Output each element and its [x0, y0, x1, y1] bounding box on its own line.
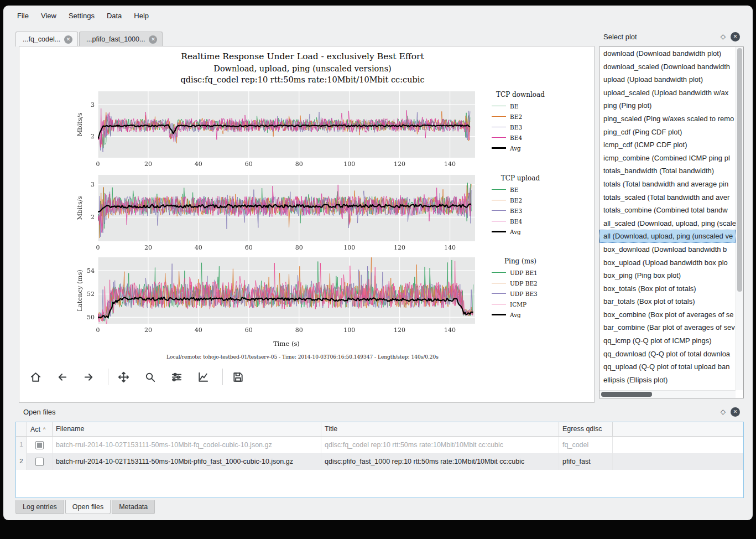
- plot-list-item[interactable]: box_download (Download bandwidth b: [599, 243, 736, 256]
- plot-list-item[interactable]: box_combine (Box plot of averages of se: [599, 308, 736, 322]
- configure-subplots-button[interactable]: [167, 367, 186, 386]
- plot-tab[interactable]: ...fq_codel... ✕: [15, 32, 78, 46]
- figure-title-line1: Realtime Response Under Load - exclusive…: [19, 51, 586, 61]
- forward-button[interactable]: [79, 367, 98, 386]
- column-header-filename[interactable]: Filename: [53, 422, 321, 437]
- legend-line-swatch: [492, 304, 506, 304]
- file-checkbox[interactable]: [35, 441, 44, 449]
- plot-list-item[interactable]: download_scaled (Download bandwidth: [599, 60, 736, 74]
- plot-list-item[interactable]: box_ping (Ping box plot): [599, 269, 736, 282]
- tcp-upload-chart[interactable]: [76, 173, 476, 256]
- legend-line-swatch: [492, 221, 506, 221]
- file-egress-qdisc: pfifo_fast: [559, 453, 613, 470]
- tcp-download-chart[interactable]: [76, 89, 476, 172]
- legend-line-swatch: [492, 283, 506, 283]
- plot-list-item[interactable]: qq_icmp (Q-Q plot of ICMP pings): [599, 334, 736, 348]
- zoom-button[interactable]: [140, 367, 159, 386]
- plot-list-item[interactable]: box_totals (Box plot of totals): [599, 282, 736, 296]
- menu-view[interactable]: View: [35, 9, 62, 23]
- close-panel-icon[interactable]: ✕: [731, 32, 740, 42]
- legend-entry: BE: [486, 101, 555, 111]
- file-checkbox[interactable]: [35, 458, 44, 466]
- figure-title-line3: qdisc:fq_codel rep:10 rtt:50ms rate:10Mb…: [19, 75, 586, 84]
- float-panel-icon[interactable]: ◇: [721, 33, 726, 40]
- home-icon: [29, 371, 42, 383]
- pan-button[interactable]: [114, 367, 133, 386]
- file-filename: batch-rrul-2014-10-02T153111-50ms-10Mbit…: [53, 453, 321, 470]
- horizontal-scrollbar[interactable]: [599, 390, 736, 398]
- plot-list: download (Download bandwidth plot)downlo…: [599, 47, 736, 390]
- plot-list-item[interactable]: upload_scaled (Upload bandwidth w/ax: [599, 86, 736, 100]
- legend-label: Avg: [510, 229, 521, 235]
- plot-list-item[interactable]: icmp_cdf (ICMP CDF plot): [599, 138, 736, 152]
- plot-list-item[interactable]: icmp_combine (Combined ICMP ping pl: [599, 152, 736, 165]
- plot-list-item[interactable]: qq_download (Q-Q plot of total downloa: [599, 348, 736, 361]
- plot-list-item[interactable]: totals (Total bandwidth and average pin: [599, 178, 736, 191]
- legend-label: BE3: [510, 124, 522, 131]
- legend-line-swatch: [492, 210, 506, 211]
- chart-line-icon: [197, 371, 210, 383]
- ping-chart[interactable]: [76, 255, 476, 338]
- select-plot-panel: Select plot ◇ ✕ download (Download bandw…: [599, 30, 744, 404]
- plot-list-item[interactable]: box_upload (Upload bandwidth box plo: [599, 256, 736, 270]
- bottom-dock-tab[interactable]: Log entries: [15, 500, 64, 514]
- legend-label: BE2: [510, 113, 522, 120]
- plot-list-item[interactable]: ellipsis (Ellipsis plot): [599, 374, 736, 387]
- plot-list-item[interactable]: download (Download bandwidth plot): [599, 47, 736, 60]
- edit-parameters-button[interactable]: [194, 367, 212, 386]
- table-row[interactable]: 2 batch-rrul-2014-10-02T153111-50ms-10Mb…: [16, 453, 743, 470]
- home-button[interactable]: [26, 367, 45, 386]
- menu-settings[interactable]: Settings: [62, 9, 101, 23]
- legend-entry: BE: [486, 184, 555, 195]
- row-number: 1: [16, 437, 27, 453]
- table-row[interactable]: 1 batch-rrul-2014-10-02T153111-50ms-10Mb…: [16, 437, 743, 453]
- plot-list-item[interactable]: qq_upload (Q-Q plot of total upload ban: [599, 360, 736, 374]
- close-panel-icon[interactable]: ✕: [731, 407, 740, 417]
- plot-list-item[interactable]: totals_combine (Combined total bandw: [599, 204, 736, 217]
- column-header-act[interactable]: Act ^: [27, 422, 53, 437]
- legend-tcp-download: TCP download BE BE2 BE3 BE4 Avg: [486, 91, 555, 153]
- legend-entry: UDP BE1: [486, 267, 555, 278]
- legend-line-swatch: [492, 200, 506, 200]
- plot-list-item[interactable]: all_scaled (Download, upload, ping (scal…: [599, 217, 736, 230]
- column-header-egress-qdisc[interactable]: Egress qdisc: [559, 422, 613, 437]
- bottom-dock-tab[interactable]: Metadata: [112, 500, 155, 514]
- horizontal-scrollbar-handle[interactable]: [601, 392, 652, 397]
- plot-list-item[interactable]: totals_bandwidth (Total bandwidth): [599, 164, 736, 178]
- legend-entry: BE4: [486, 216, 555, 226]
- tab-close-icon[interactable]: ✕: [149, 35, 157, 44]
- tab-close-icon[interactable]: ✕: [64, 35, 72, 44]
- plot-tab[interactable]: ...pfifo_fast_1000... ✕: [79, 32, 163, 46]
- legend-label: BE: [510, 186, 518, 193]
- plot-list-item[interactable]: ping_scaled (Ping w/axes scaled to remo: [599, 112, 736, 126]
- plot-list-item[interactable]: bar_combine (Bar plot of averages of sev: [599, 321, 736, 334]
- plot-list-item[interactable]: ping (Ping plot): [599, 99, 736, 112]
- back-button[interactable]: [53, 367, 71, 386]
- corner-header-cell: [16, 422, 27, 437]
- legend-entry: Avg: [486, 226, 555, 237]
- float-panel-icon[interactable]: ◇: [721, 408, 726, 416]
- menu-data[interactable]: Data: [101, 9, 128, 23]
- open-files-header: Open files ◇ ✕: [15, 405, 744, 418]
- plot-list-item[interactable]: all (Download, upload, ping (unscaled ve: [599, 230, 736, 243]
- legend-line-swatch: [492, 231, 506, 232]
- vertical-scrollbar-handle[interactable]: [737, 48, 742, 292]
- legend-label: Avg: [510, 312, 521, 318]
- panel-title: Open files: [23, 408, 56, 416]
- legend-label: UDP BE2: [510, 280, 538, 287]
- bottom-dock-tab[interactable]: Open files: [65, 500, 111, 514]
- legend-line-swatch: [492, 272, 506, 273]
- plot-list-item[interactable]: upload (Upload bandwidth plot): [599, 73, 736, 86]
- menu-help[interactable]: Help: [128, 9, 155, 23]
- plot-pane: Realtime Response Under Load - exclusive…: [19, 46, 595, 403]
- legend-line-swatch: [492, 137, 506, 138]
- column-header-title[interactable]: Title: [321, 422, 559, 437]
- column-label: Act: [30, 426, 40, 433]
- plot-list-item[interactable]: totals_scaled (Total bandwidth and aver: [599, 191, 736, 204]
- save-button[interactable]: [228, 367, 247, 386]
- menu-file[interactable]: File: [11, 9, 35, 23]
- vertical-scrollbar[interactable]: [736, 47, 743, 390]
- legend-label: ICMP: [510, 301, 526, 308]
- plot-list-item[interactable]: bar_totals (Box plot of totals): [599, 295, 736, 308]
- plot-list-item[interactable]: ping_cdf (Ping CDF plot): [599, 126, 736, 139]
